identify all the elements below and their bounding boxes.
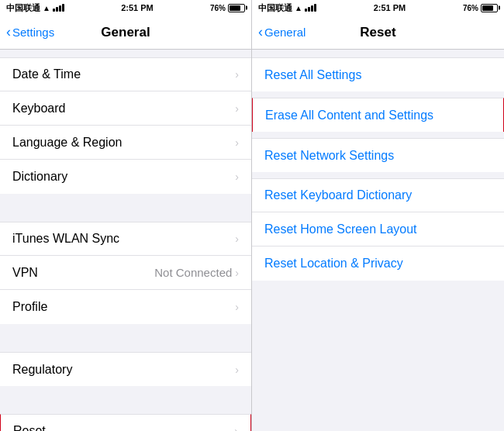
- time-left: 2:51 PM: [121, 3, 154, 12]
- item-label-dictionary: Dictionary: [12, 170, 235, 184]
- list-item-regulatory[interactable]: Regulatory ›: [0, 352, 251, 386]
- section-gap-2: [0, 194, 251, 222]
- item-label-erase: Erase All Content and Settings: [265, 109, 491, 122]
- list-item-erase[interactable]: Erase All Content and Settings: [252, 98, 504, 132]
- status-bar-right: 中国联通 ▲ 2:51 PM 76%: [252, 0, 504, 16]
- status-left: 中国联通 ▲: [6, 2, 64, 14]
- item-label-reset: Reset: [13, 424, 234, 431]
- back-button-right[interactable]: ‹ General: [258, 24, 306, 40]
- r-section-2: Erase All Content and Settings: [252, 98, 504, 132]
- item-label-vpn: VPN: [12, 266, 154, 280]
- chevron-itunes: ›: [235, 233, 239, 245]
- r-section-3: Reset Network Settings: [252, 138, 504, 172]
- item-value-vpn: Not Connected: [154, 266, 232, 279]
- back-label-right[interactable]: General: [264, 26, 306, 39]
- r-section-gap-4: [252, 172, 504, 178]
- r-section-1: Reset All Settings: [252, 57, 504, 91]
- bar3: [59, 5, 61, 12]
- list-item-kbd-dict[interactable]: Reset Keyboard Dictionary: [252, 178, 504, 212]
- section-gap-3: [0, 324, 251, 352]
- bar4: [62, 4, 64, 12]
- item-label-kbd-dict: Reset Keyboard Dictionary: [264, 188, 492, 202]
- status-bar-left: 中国联通 ▲ 2:51 PM 76%: [0, 0, 251, 16]
- r-section-gap-3: [252, 132, 504, 138]
- bar2r: [308, 7, 310, 12]
- section-4: Reset › Shut Down: [0, 414, 251, 431]
- settings-list-right: Reset All Settings Erase All Content and…: [252, 50, 504, 431]
- r-section-gap-2: [252, 91, 504, 98]
- list-item-language[interactable]: Language & Region ›: [0, 126, 251, 160]
- list-item-reset-all[interactable]: Reset All Settings: [252, 57, 504, 91]
- chevron-profile: ›: [235, 301, 239, 313]
- section-1: Date & Time › Keyboard › Language & Regi…: [0, 57, 251, 194]
- battery-fill-right: [482, 5, 493, 11]
- status-right-left: 76%: [210, 4, 245, 12]
- battery-percent-left: 76%: [210, 4, 226, 12]
- carrier-left: 中国联通: [6, 2, 40, 14]
- nav-title-right: Reset: [360, 25, 395, 40]
- nav-bar-left: ‹ Settings General: [0, 16, 251, 50]
- list-item-itunes[interactable]: iTunes WLAN Sync ›: [0, 222, 251, 256]
- list-item-profile[interactable]: Profile ›: [0, 290, 251, 324]
- status-right-right: 76%: [463, 4, 498, 12]
- item-label-network: Reset Network Settings: [264, 149, 492, 163]
- item-label-profile: Profile: [12, 300, 235, 314]
- list-item-reset[interactable]: Reset ›: [0, 414, 251, 431]
- list-item-location[interactable]: Reset Location & Privacy: [252, 247, 504, 281]
- signal-left: [53, 4, 64, 12]
- battery-icon-right: [481, 4, 498, 12]
- item-label-home-screen: Reset Home Screen Layout: [264, 222, 492, 236]
- item-label-datetime: Date & Time: [12, 67, 235, 81]
- back-chevron-left: ‹: [6, 24, 11, 40]
- item-label-reset-all: Reset All Settings: [264, 68, 492, 82]
- nav-bar-right: ‹ General Reset: [252, 16, 504, 50]
- section-2: iTunes WLAN Sync › VPN Not Connected › P…: [0, 222, 251, 324]
- r-section-gap-5: [252, 281, 504, 309]
- bar1r: [305, 9, 307, 12]
- back-chevron-right: ‹: [258, 24, 263, 40]
- battery-percent-right: 76%: [463, 4, 478, 12]
- list-item-network[interactable]: Reset Network Settings: [252, 138, 504, 172]
- back-button-left[interactable]: ‹ Settings: [6, 24, 54, 40]
- r-section-4: Reset Keyboard Dictionary Reset Home Scr…: [252, 178, 504, 281]
- r-section-gap-1: [252, 50, 504, 57]
- item-label-regulatory: Regulatory: [12, 363, 235, 377]
- time-right: 2:51 PM: [374, 3, 406, 12]
- chevron-datetime: ›: [235, 68, 239, 81]
- bar4r: [314, 4, 316, 12]
- section-3: Regulatory ›: [0, 352, 251, 386]
- list-item-home-screen[interactable]: Reset Home Screen Layout: [252, 212, 504, 247]
- list-item-datetime[interactable]: Date & Time ›: [0, 57, 251, 91]
- settings-list-left: Date & Time › Keyboard › Language & Regi…: [0, 50, 251, 431]
- bar1: [53, 9, 55, 12]
- list-item-dictionary[interactable]: Dictionary ›: [0, 160, 251, 194]
- chevron-language: ›: [235, 136, 239, 149]
- bar2: [56, 7, 58, 12]
- bar3r: [311, 5, 313, 12]
- item-label-language: Language & Region: [12, 136, 235, 150]
- left-panel: 中国联通 ▲ 2:51 PM 76% ‹ Settings General: [0, 0, 252, 431]
- status-left-right: 中国联通 ▲: [258, 2, 316, 14]
- chevron-keyboard: ›: [235, 102, 239, 115]
- nav-title-left: General: [101, 25, 150, 40]
- chevron-regulatory: ›: [235, 364, 239, 376]
- chevron-dictionary: ›: [235, 171, 239, 183]
- signal-right: [305, 4, 316, 12]
- section-gap-4: [0, 386, 251, 414]
- carrier-right: 中国联通: [258, 2, 292, 14]
- section-gap-1: [0, 50, 251, 57]
- list-item-vpn[interactable]: VPN Not Connected ›: [0, 256, 251, 290]
- battery-icon-left: [228, 4, 245, 12]
- back-label-left[interactable]: Settings: [12, 26, 54, 39]
- battery-fill-left: [230, 5, 240, 11]
- item-label-keyboard: Keyboard: [12, 102, 235, 116]
- right-panel: 中国联通 ▲ 2:51 PM 76% ‹ General Reset: [252, 0, 504, 431]
- wifi-icon-left: ▲: [43, 4, 50, 12]
- chevron-reset: ›: [234, 425, 238, 431]
- item-label-itunes: iTunes WLAN Sync: [12, 232, 235, 246]
- list-item-keyboard[interactable]: Keyboard ›: [0, 91, 251, 126]
- item-label-location: Reset Location & Privacy: [264, 257, 492, 271]
- chevron-vpn: ›: [235, 267, 239, 279]
- wifi-icon-right: ▲: [295, 4, 302, 12]
